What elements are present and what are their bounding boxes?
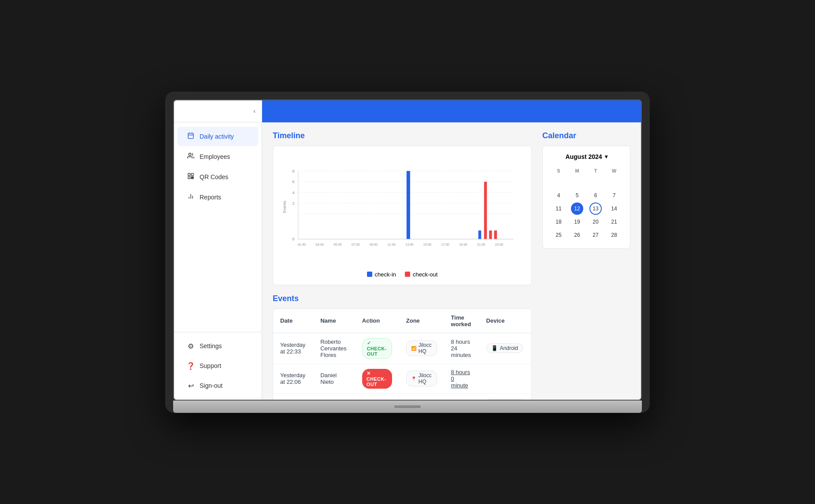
sidebar-item-label: QR Codes xyxy=(200,173,228,180)
event-time-worked: 31 minutes xyxy=(444,394,479,400)
main-panel: Timeline xyxy=(273,131,532,400)
timeline-svg: 8 6 4 2 0 Events 01:30 xyxy=(280,153,524,268)
svg-rect-8 xyxy=(191,177,192,177)
calendar-day[interactable]: 6 xyxy=(589,189,602,202)
calendar-day[interactable]: 7 xyxy=(608,189,620,202)
svg-rect-40 xyxy=(478,230,482,239)
calendar-day[interactable]: 11 xyxy=(552,202,565,215)
sidebar-item-settings[interactable]: ⚙ Settings xyxy=(178,337,258,356)
laptop-notch xyxy=(394,405,421,408)
event-date: Yesterday at 21:26 xyxy=(273,394,313,400)
action-badge: ✕ CHECK-OUT xyxy=(362,369,392,389)
main-content: Timeline xyxy=(262,100,641,400)
event-time-worked: 8 hours 0 minute xyxy=(444,364,479,394)
svg-rect-42 xyxy=(489,230,492,239)
legend-checkin: check-in xyxy=(367,271,396,278)
sidebar-item-daily-activity[interactable]: Daily activity xyxy=(178,127,258,146)
checkin-dot xyxy=(367,272,372,277)
calendar-day[interactable]: 27 xyxy=(589,229,602,241)
employees-icon xyxy=(186,152,195,161)
svg-text:2: 2 xyxy=(293,201,295,205)
calendar-title: Calendar xyxy=(542,131,630,140)
svg-text:23:30: 23:30 xyxy=(495,242,503,246)
sidebar-item-signout[interactable]: ↩ Sign-out xyxy=(178,376,258,395)
calendar-day xyxy=(589,176,602,188)
svg-text:17:30: 17:30 xyxy=(441,242,449,246)
col-action: Action xyxy=(355,309,399,333)
sidebar-item-qr-codes[interactable]: QR Codes xyxy=(178,167,258,187)
content-area: Timeline xyxy=(262,122,641,400)
svg-rect-41 xyxy=(484,181,487,239)
events-title: Events xyxy=(273,294,532,303)
svg-rect-43 xyxy=(494,230,497,239)
event-action: ✕ CHECK-OUT xyxy=(355,364,399,394)
sidebar-item-support[interactable]: ❓ Support xyxy=(178,357,258,375)
event-date: Yesterday at 22:33 xyxy=(273,333,313,364)
calendar-day xyxy=(608,176,620,188)
svg-rect-7 xyxy=(188,177,190,179)
sidebar-item-reports[interactable]: Reports xyxy=(178,188,258,207)
event-zone: 📶 Jilocc HQ xyxy=(399,333,444,364)
timeline-chart-card: 8 6 4 2 0 Events 01:30 xyxy=(273,146,532,285)
svg-text:09:30: 09:30 xyxy=(370,242,378,246)
svg-text:Events: Events xyxy=(282,200,287,213)
sidebar-item-employees[interactable]: Employees xyxy=(178,147,258,166)
svg-text:15:30: 15:30 xyxy=(423,242,431,246)
table-row: Yesterday at 22:33Roberto Cervantes Flor… xyxy=(273,333,531,364)
reports-icon xyxy=(186,193,195,202)
svg-text:07:30: 07:30 xyxy=(352,242,359,246)
event-zone: 📶 Jilocc HQ xyxy=(399,394,444,400)
calendar-grid: SMTW4567111213141819202125262728 xyxy=(550,166,623,241)
calendar-day xyxy=(571,176,583,188)
calendar-month-header: August 2024 ▾ xyxy=(550,153,623,160)
table-row: Yesterday at 21:26Karen Iñiguez◌ CHECK-O… xyxy=(273,394,531,400)
svg-text:21:30: 21:30 xyxy=(477,242,485,246)
calendar-day-header: T xyxy=(587,166,604,175)
calendar-day[interactable]: 13 xyxy=(589,202,602,215)
event-action: ◌ CHECK-OUT xyxy=(355,394,399,400)
zone-badge: 📍 Jilocc HQ xyxy=(406,371,437,386)
dropdown-chevron-icon[interactable]: ▾ xyxy=(605,154,608,160)
svg-rect-11 xyxy=(193,178,193,179)
calendar-day[interactable]: 21 xyxy=(608,216,620,228)
calendar-day[interactable]: 4 xyxy=(552,189,565,202)
sidebar-item-label: Sign-out xyxy=(200,382,222,389)
calendar-day[interactable]: 28 xyxy=(608,229,620,241)
device-badge: 📱 Apple iPhone 14 Pro M xyxy=(486,399,524,400)
event-name: Daniel Nieto xyxy=(313,364,355,394)
col-zone: Zone xyxy=(399,309,444,333)
event-device: 📱 Apple iPhone 14 Pro M xyxy=(479,394,531,400)
action-badge: ✓ CHECK-OUT xyxy=(362,338,392,359)
calendar-card: August 2024 ▾ SMTW4567111213141819202125… xyxy=(542,146,630,249)
svg-text:19:30: 19:30 xyxy=(459,242,467,246)
time-worked-link[interactable]: 8 hours 0 minute xyxy=(451,369,470,389)
event-name: Karen Iñiguez xyxy=(313,394,355,400)
svg-rect-5 xyxy=(188,173,190,176)
calendar-day[interactable]: 20 xyxy=(589,216,602,228)
event-device: 📱 Android xyxy=(479,333,531,364)
calendar-day[interactable]: 5 xyxy=(571,189,583,202)
device-badge: 📱 Android xyxy=(486,343,523,353)
calendar-day[interactable]: 12 xyxy=(571,202,583,215)
calendar-day[interactable]: 18 xyxy=(552,216,565,228)
chart-legend: check-in check-out xyxy=(280,271,524,278)
event-device xyxy=(479,364,531,394)
event-zone: 📍 Jilocc HQ xyxy=(399,364,444,394)
sidebar-item-label: Daily activity xyxy=(200,133,234,140)
calendar-day[interactable]: 19 xyxy=(571,216,583,228)
calendar-day[interactable]: 25 xyxy=(552,229,565,241)
calendar-day[interactable]: 14 xyxy=(608,202,620,215)
svg-rect-6 xyxy=(191,173,193,176)
svg-text:8: 8 xyxy=(293,169,295,173)
calendar-day[interactable]: 26 xyxy=(571,229,583,241)
svg-text:4: 4 xyxy=(293,190,295,195)
svg-rect-39 xyxy=(407,171,410,239)
svg-text:01:30: 01:30 xyxy=(298,242,306,246)
event-action: ✓ CHECK-OUT xyxy=(355,333,399,364)
svg-text:6: 6 xyxy=(293,180,295,184)
phone-icon: 📱 xyxy=(491,345,498,351)
legend-checkout: check-out xyxy=(405,271,437,278)
checkout-dot xyxy=(405,272,410,277)
svg-text:13:30: 13:30 xyxy=(405,242,413,246)
collapse-button[interactable]: ‹ xyxy=(253,107,256,114)
